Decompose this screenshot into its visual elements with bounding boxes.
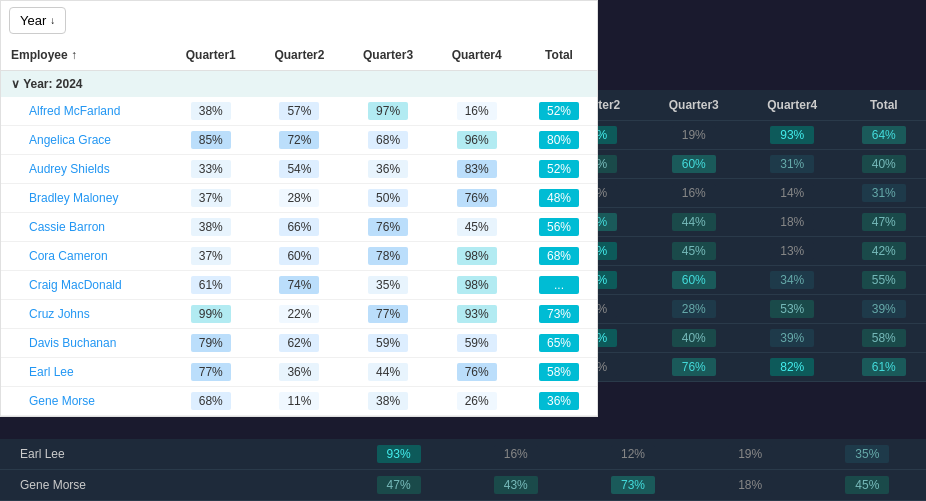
right-total-cell: 64% <box>842 121 926 150</box>
right-col-header-q4[interactable]: Quarter4 <box>743 90 842 121</box>
year-label: Year <box>20 13 46 28</box>
col-header-q3[interactable]: Quarter3 <box>344 40 433 71</box>
q1-cell: 79% <box>166 329 255 358</box>
employee-name-cell[interactable]: Audrey Shields <box>1 155 166 184</box>
bottom-employee-name: Gene Morse <box>0 470 340 501</box>
q1-cell: 37% <box>166 184 255 213</box>
group-label: Year: 2024 <box>23 77 82 91</box>
q1-cell: 38% <box>166 97 255 126</box>
right-table-row: 85% 19% 93% 64% <box>546 121 926 150</box>
col-header-q2[interactable]: Quarter2 <box>255 40 344 71</box>
right-q3-cell: 19% <box>645 121 744 150</box>
q2-cell: 22% <box>255 300 344 329</box>
q2-cell: 62% <box>255 329 344 358</box>
q1-cell: 38% <box>166 213 255 242</box>
q3-cell: 36% <box>344 155 433 184</box>
table-row: Craig MacDonald 61% 74% 35% 98% ... <box>1 271 597 300</box>
right-total-cell: 55% <box>842 266 926 295</box>
left-table-container: Employee ↑ Quarter1 Quarter2 Quarter3 Qu… <box>1 40 597 416</box>
total-cell: 36% <box>521 387 597 416</box>
bottom-q3-cell: 43% <box>457 470 574 501</box>
right-total-cell: 61% <box>842 353 926 382</box>
q1-cell: 33% <box>166 155 255 184</box>
employee-name-cell[interactable]: Cassie Barron <box>1 213 166 242</box>
q3-cell: 35% <box>344 271 433 300</box>
table-row: Davis Buchanan 79% 62% 59% 59% 65% <box>1 329 597 358</box>
q2-cell: 11% <box>255 387 344 416</box>
employee-name-cell[interactable]: Earl Lee <box>1 358 166 387</box>
table-row: Cora Cameron 37% 60% 78% 98% 68% <box>1 242 597 271</box>
col-header-employee[interactable]: Employee ↑ <box>1 40 166 71</box>
right-col-header-total[interactable]: Total <box>842 90 926 121</box>
right-table-row: 15% 28% 53% 39% <box>546 295 926 324</box>
bottom-q4-cell: 73% <box>574 470 691 501</box>
table-row: Audrey Shields 33% 54% 36% 83% 52% <box>1 155 597 184</box>
employee-name-cell[interactable]: Cora Cameron <box>1 242 166 271</box>
right-total-cell: 42% <box>842 237 926 266</box>
q4-cell: 76% <box>432 358 521 387</box>
table-row: Earl Lee 77% 36% 44% 76% 58% <box>1 358 597 387</box>
q1-cell: 68% <box>166 387 255 416</box>
employee-name-cell[interactable]: Craig MacDonald <box>1 271 166 300</box>
total-cell: 65% <box>521 329 597 358</box>
col-header-q4[interactable]: Quarter4 <box>432 40 521 71</box>
right-total-cell: 40% <box>842 150 926 179</box>
right-q4-cell: 18% <box>743 208 842 237</box>
right-total-cell: 39% <box>842 295 926 324</box>
employee-name-cell[interactable]: Davis Buchanan <box>1 329 166 358</box>
q1-cell: 37% <box>166 242 255 271</box>
table-row: Bradley Maloney 37% 28% 50% 76% 48% <box>1 184 597 213</box>
q4-cell: 98% <box>432 242 521 271</box>
right-q4-cell: 93% <box>743 121 842 150</box>
chevron-down-icon: ∨ <box>11 77 20 91</box>
q4-cell: 45% <box>432 213 521 242</box>
total-cell: 73% <box>521 300 597 329</box>
employee-name-cell[interactable]: Bradley Maloney <box>1 184 166 213</box>
right-q3-cell: 60% <box>645 266 744 295</box>
left-panel: Year ↓ Employee ↑ Quarter1 Quarter2 Quar… <box>0 0 598 417</box>
right-table-row: 16% 16% 14% 31% <box>546 179 926 208</box>
right-q3-cell: 40% <box>645 324 744 353</box>
bottom-employee-name: Earl Lee <box>0 439 340 470</box>
right-table-row: 84% 45% 13% 42% <box>546 237 926 266</box>
q1-cell: 77% <box>166 358 255 387</box>
right-table-row: 54% 60% 31% 40% <box>546 150 926 179</box>
employee-name-cell[interactable]: Alfred McFarland <box>1 97 166 126</box>
right-table-row: 81% 40% 39% 58% <box>546 324 926 353</box>
q2-cell: 57% <box>255 97 344 126</box>
total-cell: 68% <box>521 242 597 271</box>
q3-cell: 50% <box>344 184 433 213</box>
bottom-total-cell: 35% <box>809 439 926 470</box>
employee-name-cell[interactable]: Cruz Johns <box>1 300 166 329</box>
bottom-q2-cell: 47% <box>340 470 457 501</box>
q4-cell: 16% <box>432 97 521 126</box>
col-header-total[interactable]: Total <box>521 40 597 71</box>
year-filter-button[interactable]: Year ↓ <box>9 7 66 34</box>
q2-cell: 54% <box>255 155 344 184</box>
table-row: Cruz Johns 99% 22% 77% 93% 73% <box>1 300 597 329</box>
bottom-q5-cell: 19% <box>692 439 809 470</box>
bottom-row: Earl Lee 93% 16% 12% 19% 35% <box>0 439 926 470</box>
q1-cell: 99% <box>166 300 255 329</box>
q4-cell: 26% <box>432 387 521 416</box>
total-cell: 48% <box>521 184 597 213</box>
bottom-q2-cell: 93% <box>340 439 457 470</box>
q3-cell: 76% <box>344 213 433 242</box>
q4-cell: 76% <box>432 184 521 213</box>
q2-cell: 36% <box>255 358 344 387</box>
employee-name-cell[interactable]: Gene Morse <box>1 387 166 416</box>
employee-name-cell[interactable]: Angelica Grace <box>1 126 166 155</box>
right-q3-cell: 28% <box>645 295 744 324</box>
q4-cell: 93% <box>432 300 521 329</box>
total-cell: ... <box>521 271 597 300</box>
total-cell: 52% <box>521 155 597 184</box>
col-header-q1[interactable]: Quarter1 <box>166 40 255 71</box>
total-cell: 56% <box>521 213 597 242</box>
q1-cell: 85% <box>166 126 255 155</box>
right-col-header-q3[interactable]: Quarter3 <box>645 90 744 121</box>
right-q3-cell: 45% <box>645 237 744 266</box>
bottom-overlay: Earl Lee 93% 16% 12% 19% 35% Gene Morse … <box>0 439 926 501</box>
total-cell: 58% <box>521 358 597 387</box>
table-row: Alfred McFarland 38% 57% 97% 16% 52% <box>1 97 597 126</box>
q2-cell: 66% <box>255 213 344 242</box>
